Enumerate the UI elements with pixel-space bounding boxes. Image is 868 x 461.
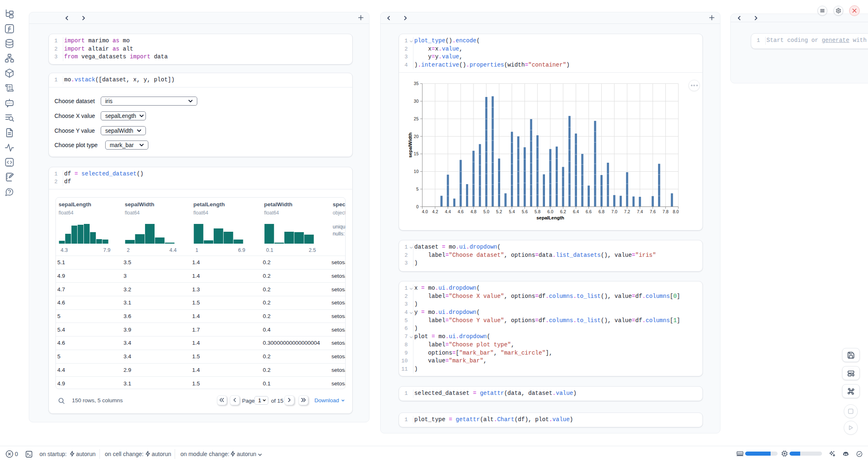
svg-text:5.4: 5.4 <box>509 209 515 214</box>
svg-text:4.0: 4.0 <box>422 209 428 214</box>
svg-text:7.4: 7.4 <box>637 209 643 214</box>
svg-text:5.8: 5.8 <box>534 209 540 214</box>
svg-text:15: 15 <box>414 151 419 156</box>
svg-text:6.4: 6.4 <box>573 209 579 214</box>
svg-text:8.0: 8.0 <box>673 209 679 214</box>
svg-text:20: 20 <box>414 134 419 139</box>
svg-text:35: 35 <box>414 81 419 86</box>
svg-text:7.8: 7.8 <box>663 209 669 214</box>
svg-text:sepalWidth: sepalWidth <box>408 133 413 158</box>
svg-text:sepalLength: sepalLength <box>536 215 564 220</box>
svg-text:5.6: 5.6 <box>522 209 528 214</box>
svg-text:5.2: 5.2 <box>496 209 502 214</box>
svg-text:0: 0 <box>416 204 419 209</box>
svg-text:5: 5 <box>416 187 419 191</box>
svg-text:7.0: 7.0 <box>611 209 617 214</box>
svg-text:6.8: 6.8 <box>598 209 605 214</box>
svg-text:4.6: 4.6 <box>458 209 464 214</box>
svg-text:30: 30 <box>414 99 419 104</box>
svg-text:7.2: 7.2 <box>624 209 630 214</box>
svg-text:6.0: 6.0 <box>547 209 554 214</box>
svg-text:7.6: 7.6 <box>650 209 656 214</box>
svg-text:25: 25 <box>414 116 419 121</box>
svg-text:10: 10 <box>414 169 419 174</box>
svg-text:4.8: 4.8 <box>471 209 477 214</box>
svg-text:6.6: 6.6 <box>586 209 592 214</box>
svg-text:4.2: 4.2 <box>432 209 438 214</box>
svg-text:4.4: 4.4 <box>445 209 451 214</box>
svg-text:6.2: 6.2 <box>560 209 566 214</box>
svg-text:5.0: 5.0 <box>483 209 489 214</box>
